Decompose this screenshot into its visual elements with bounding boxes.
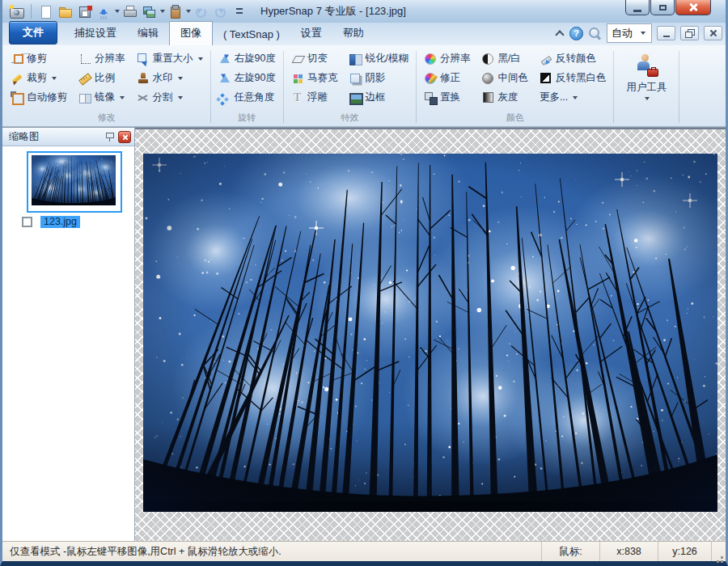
tab-image[interactable]: 图像 [169,21,213,45]
emboss-button[interactable]: 浮雕 [290,90,340,105]
auto-crop-button[interactable]: 自动修剪 [9,90,69,105]
rotate-right-label: 右旋90度 [235,52,276,65]
border-frame-label: 边框 [365,91,385,104]
status-message: 仅查看模式 -鼠标左键平移图像,用Ctrl + 鼠标滑轮放大或缩小. [2,545,541,559]
thumbnail-file-label[interactable]: 123.jpg [40,216,80,228]
color-correct-button[interactable]: 修正 [422,70,472,86]
more-colors-caret-icon [573,96,578,99]
help-icon[interactable] [569,27,583,40]
invert-black-white-button[interactable]: 反转黑白色 [538,70,608,86]
border-frame-button[interactable]: 边框 [347,90,409,105]
sharpen-blur-icon [349,53,362,65]
group-separator [679,51,679,123]
close-button[interactable] [675,0,711,15]
grayscale-button[interactable]: 灰度 [480,90,530,105]
rotate-any-angle-button[interactable]: 任意角度 [217,90,277,105]
document-close-button[interactable] [704,26,722,40]
status-mouse-y: y:126 [658,542,711,561]
tab-file[interactable]: 文件 [9,21,57,44]
zoom-mode-select[interactable]: 自动 [607,23,652,43]
hypersnap-window: HyperSnap 7 专业版 - [123.jpg] 文件 捕捉设置 编辑 图… [0,0,728,566]
split-button[interactable]: 分割 [135,90,205,105]
close-icon [688,2,698,12]
app-camera-icon [9,5,25,18]
group-label-modify: 修改 [9,109,205,126]
shadow-label: 阴影 [365,71,385,85]
black-white-button[interactable]: 黑/白 [480,51,530,66]
sharpen-blur-button[interactable]: 锐化/模糊 [347,51,409,66]
maximize-icon [659,5,667,11]
tab-capture-settings[interactable]: 捕捉设置 [64,22,127,45]
cut-crop-button[interactable]: 裁剪 [9,70,69,86]
group-label-color: 颜色 [422,109,608,126]
document-minimize-button[interactable] [657,26,675,40]
emboss-label: 浮雕 [307,91,328,104]
document-restore-button[interactable] [680,26,699,40]
tab-help[interactable]: 帮助 [332,22,375,45]
tab-textsnap[interactable]: ( TextSnap ) [213,24,290,45]
minimize-button[interactable] [625,0,650,15]
mirror-label: 镜像 [95,91,115,104]
rotate-right-icon [218,53,231,65]
midtone-button[interactable]: 中间色 [480,70,530,86]
shadow-button[interactable]: 阴影 [347,70,409,86]
minimize-icon [633,10,641,12]
more-colors-button[interactable]: 更多... [538,90,608,105]
resize-button[interactable]: 重置大小 [135,51,205,66]
upload-button[interactable] [94,2,113,20]
copy-capture-button[interactable] [139,2,159,20]
zoom-mode-value: 自动 [612,26,633,40]
rotate-right-90-button[interactable]: 右旋90度 [217,51,277,66]
emboss-icon [291,91,304,104]
color-resolution-button[interactable]: 分辨率 [422,51,472,66]
resize-icon [137,53,150,65]
resolution-button[interactable]: 分辨率 [77,51,127,66]
paste-button[interactable] [165,2,184,20]
ribbon-group-rotate: 右旋90度 左旋90度 任意角度 旋转 [212,49,282,126]
tab-settings[interactable]: 设置 [290,22,332,45]
panel-close-button[interactable] [118,131,131,143]
collapse-ribbon-icon[interactable] [555,29,565,37]
thumbnail-panel-body: 123.jpg [2,146,134,541]
ribbon: 修剪 分辨率 重置大小 裁剪 比例 水印 自动修剪 镜像 分割 修改 右旋90度… [2,45,726,127]
maximize-button[interactable] [650,0,675,15]
rotate-left-90-button[interactable]: 左旋90度 [217,70,277,86]
undo-button[interactable] [191,2,210,20]
new-file-button[interactable] [36,2,55,20]
toolbar-options-button[interactable] [230,2,249,20]
mosaic-label: 马赛克 [307,71,338,85]
pin-icon[interactable] [104,131,115,142]
user-tools-button[interactable]: 用户工具 [620,51,673,100]
watermark-button[interactable]: 水印 [135,70,205,86]
resize-grip[interactable] [711,542,726,561]
color-wheel-icon [425,53,436,65]
tab-edit[interactable]: 编辑 [127,22,169,45]
thumbnail-panel-header: 缩略图 [2,128,134,146]
mirror-button[interactable]: 镜像 [77,90,127,105]
invert-colors-icon [540,53,552,65]
thumbnail-image[interactable] [27,151,122,213]
group-separator [283,51,284,123]
replace-button[interactable]: 置换 [422,90,472,105]
group-separator [613,51,614,123]
cut-crop-caret-icon [52,77,57,80]
print-button[interactable] [120,2,139,20]
rotate-any-angle-label: 任意角度 [235,91,275,104]
scale-button[interactable]: 比例 [77,70,127,86]
app-menu-button[interactable] [7,2,27,20]
auto-crop-label: 自动修剪 [27,91,67,104]
image-viewport[interactable] [143,154,717,512]
open-file-button[interactable] [55,2,74,20]
zoom-magnifier-icon[interactable] [588,27,602,40]
crop-button[interactable]: 修剪 [9,51,69,66]
mosaic-button[interactable]: 马赛克 [290,70,340,86]
save-button[interactable] [74,2,94,20]
statusbar: 仅查看模式 -鼠标左键平移图像,用Ctrl + 鼠标滑轮放大或缩小. 鼠标: x… [2,541,726,561]
midtone-icon [482,73,493,84]
thumbnail-checkbox[interactable] [22,217,32,227]
image-canvas[interactable] [135,128,726,541]
redo-button[interactable] [210,2,230,20]
shear-button[interactable]: 切变 [290,51,340,66]
invert-colors-label: 反转颜色 [556,52,596,65]
invert-colors-button[interactable]: 反转颜色 [538,51,608,66]
